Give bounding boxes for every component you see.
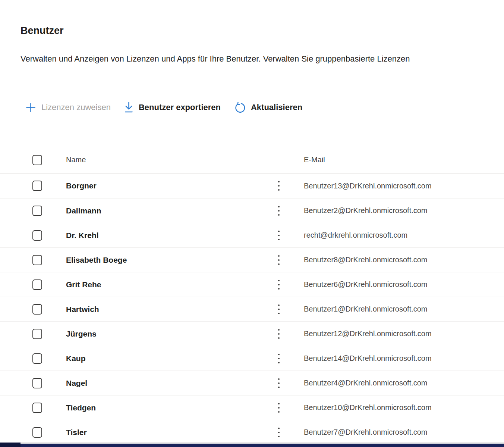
- user-email: Benutzer14@DrKrehl.onmicrosoft.com: [304, 354, 504, 363]
- kebab-menu-icon[interactable]: [276, 425, 281, 440]
- page-description: Verwalten und Anzeigen von Lizenzen und …: [21, 54, 504, 64]
- user-email: Benutzer2@DrKrehl.onmicrosoft.com: [304, 206, 504, 215]
- table-row[interactable]: Tiedgen Benutzer10@DrKrehl.onmicrosoft.c…: [0, 395, 504, 420]
- user-name: Tiedgen: [66, 403, 276, 412]
- table-row[interactable]: Dallmann Benutzer2@DrKrehl.onmicrosoft.c…: [0, 198, 504, 223]
- kebab-menu-icon[interactable]: [276, 278, 281, 292]
- table-header-row: Name E-Mail: [0, 147, 504, 174]
- column-header-email: E-Mail: [304, 156, 504, 164]
- kebab-menu-icon[interactable]: [276, 327, 281, 341]
- refresh-button[interactable]: Aktualisieren: [234, 102, 302, 113]
- select-all-checkbox[interactable]: [32, 155, 42, 165]
- row-checkbox[interactable]: [32, 279, 42, 290]
- export-users-button[interactable]: Benutzer exportieren: [124, 101, 221, 113]
- table-row[interactable]: Grit Rehe Benutzer6@DrKrehl.onmicrosoft.…: [0, 272, 504, 297]
- user-email: Benutzer7@DrKrehl.onmicrosoft.com: [304, 428, 504, 437]
- row-checkbox[interactable]: [32, 206, 42, 216]
- row-checkbox[interactable]: [32, 378, 42, 388]
- table-row[interactable]: Tisler Benutzer7@DrKrehl.onmicrosoft.com: [0, 420, 504, 444]
- bottom-bar: [0, 444, 504, 447]
- row-checkbox[interactable]: [32, 230, 42, 241]
- user-name: Nagel: [66, 379, 276, 388]
- assign-licenses-button[interactable]: Lizenzen zuweisen: [25, 102, 111, 113]
- table-row[interactable]: Jürgens Benutzer12@DrKrehl.onmicrosoft.c…: [0, 321, 504, 346]
- table-row[interactable]: Elisabeth Boege Benutzer8@DrKrehl.onmicr…: [0, 247, 504, 272]
- user-name: Kaup: [66, 354, 276, 363]
- table-row[interactable]: Kaup Benutzer14@DrKrehl.onmicrosoft.com: [0, 346, 504, 371]
- kebab-menu-icon[interactable]: [276, 376, 281, 390]
- plus-icon: [25, 102, 36, 113]
- user-name: Hartwich: [66, 305, 276, 314]
- user-name: Jürgens: [66, 329, 276, 338]
- table-row[interactable]: Nagel Benutzer4@DrKrehl.onmicrosoft.com: [0, 371, 504, 395]
- assign-licenses-label: Lizenzen zuweisen: [41, 103, 111, 112]
- column-header-name: Name: [66, 156, 276, 164]
- user-email: recht@drkrehl.onmicrosoft.com: [304, 231, 504, 240]
- row-checkbox[interactable]: [32, 304, 42, 315]
- user-name: Dallmann: [66, 206, 276, 215]
- toolbar: Lizenzen zuweisen Benutzer exportieren A…: [0, 89, 504, 126]
- user-email: Benutzer12@DrKrehl.onmicrosoft.com: [304, 329, 504, 338]
- kebab-menu-icon[interactable]: [276, 204, 281, 218]
- row-checkbox[interactable]: [32, 181, 42, 191]
- user-name: Grit Rehe: [66, 280, 276, 289]
- row-checkbox[interactable]: [32, 353, 42, 364]
- row-checkbox[interactable]: [32, 255, 42, 265]
- table-row[interactable]: Borgner Benutzer13@DrKrehl.onmicrosoft.c…: [0, 174, 504, 198]
- row-checkbox[interactable]: [32, 329, 42, 339]
- user-name: Elisabeth Boege: [66, 256, 276, 265]
- user-table: Name E-Mail Borgner Benutzer13@DrKrehl.o…: [0, 147, 504, 444]
- kebab-menu-icon[interactable]: [276, 401, 281, 415]
- kebab-menu-icon[interactable]: [276, 253, 281, 267]
- kebab-menu-icon[interactable]: [276, 351, 281, 366]
- user-email: Benutzer1@DrKrehl.onmicrosoft.com: [304, 305, 504, 313]
- user-name: Tisler: [66, 428, 276, 437]
- bottom-bar-left-segment: [0, 443, 21, 447]
- user-email: Benutzer6@DrKrehl.onmicrosoft.com: [304, 280, 504, 289]
- table-row[interactable]: Hartwich Benutzer1@DrKrehl.onmicrosoft.c…: [0, 297, 504, 321]
- refresh-label: Aktualisieren: [251, 103, 302, 112]
- kebab-menu-icon[interactable]: [276, 302, 281, 316]
- user-name: Dr. Krehl: [66, 231, 276, 240]
- row-checkbox[interactable]: [32, 427, 42, 438]
- user-email: Benutzer8@DrKrehl.onmicrosoft.com: [304, 256, 504, 264]
- row-checkbox[interactable]: [32, 403, 42, 413]
- table-row[interactable]: Dr. Krehl recht@drkrehl.onmicrosoft.com: [0, 223, 504, 247]
- refresh-icon: [234, 102, 246, 113]
- download-icon: [124, 101, 133, 113]
- user-email: Benutzer13@DrKrehl.onmicrosoft.com: [304, 182, 504, 190]
- user-email: Benutzer4@DrKrehl.onmicrosoft.com: [304, 379, 504, 387]
- page-title: Benutzer: [0, 0, 504, 37]
- user-email: Benutzer10@DrKrehl.onmicrosoft.com: [304, 403, 504, 412]
- export-users-label: Benutzer exportieren: [139, 103, 221, 112]
- kebab-menu-icon[interactable]: [276, 179, 281, 193]
- kebab-menu-icon[interactable]: [276, 228, 281, 243]
- user-name: Borgner: [66, 181, 276, 190]
